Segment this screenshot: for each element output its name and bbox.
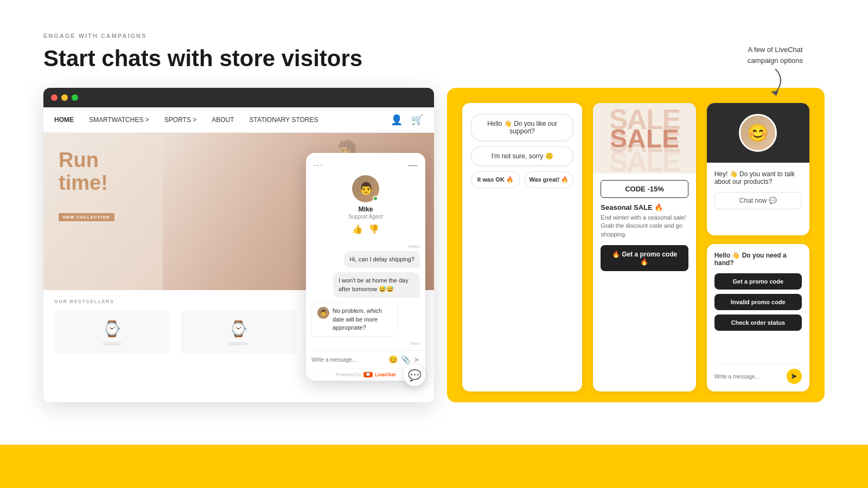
agent-rating: 👍 👎	[352, 224, 379, 234]
sale-cta-button[interactable]: 🔥 Get a promo code 🔥	[601, 245, 688, 271]
new-collection-badge: NEW COLLECTION	[59, 213, 114, 221]
rating-campaign-card: Hello 👋 Do you like our support? I'm not…	[462, 103, 582, 391]
sale-main-text: SALE	[610, 124, 679, 153]
chat-input-icons: 😊 📎 ➤	[388, 355, 420, 364]
browser-dot-green	[72, 94, 78, 101]
chat-input-area: 😊 📎 ➤	[306, 350, 425, 368]
chat-widget: ··· — 👨 Mike Support Agent 👍 👎 Visitor H…	[306, 153, 425, 381]
promo-button-3[interactable]: Check order status	[714, 314, 802, 331]
sale-code-label[interactable]: CODE -15%	[601, 180, 688, 198]
agent-greeting-text: Hey! 👋 Do you want to talk about our pro…	[714, 170, 802, 185]
product-card-2[interactable]: ⌚	[181, 311, 296, 354]
nav-item-smartwatches[interactable]: SMARTWATCHES >	[89, 116, 149, 124]
thumbs-down-icon[interactable]: 👎	[368, 224, 379, 234]
hero-line1: Run	[59, 149, 108, 172]
annotation-arrow	[759, 69, 792, 96]
chat-message-3: 👨 No problem, which date will be more ap…	[311, 302, 398, 337]
promo-campaign-card: Hello 👋 Do you need a hand? Get a promo …	[707, 244, 809, 391]
watch-icon-2: ⌚	[229, 320, 248, 338]
top-section: ENGAGE WITH CAMPAIGNS Start chats with s…	[0, 0, 868, 72]
product-bar-2	[229, 342, 248, 345]
emoji-icon[interactable]: 😊	[388, 355, 398, 364]
eyebrow-label: ENGAGE WITH CAMPAIGNS	[43, 33, 825, 39]
attachment-icon[interactable]: 📎	[401, 355, 410, 364]
watch-icon-1: ⌚	[103, 320, 122, 338]
nav-icons: 👤 🛒	[391, 114, 423, 126]
chat-input-field[interactable]	[311, 357, 385, 363]
promo-greeting: Hello 👋 Do you need a hand?	[714, 252, 802, 267]
promo-send-button[interactable]	[787, 369, 802, 384]
chat-header: ··· —	[306, 153, 425, 175]
promo-input-row	[714, 364, 802, 384]
rating-option3-button[interactable]: Was great! 🔥	[525, 171, 574, 188]
product-bar-1	[103, 342, 122, 345]
agent-header: 😊	[707, 103, 809, 163]
livechat-logo: 💬	[363, 372, 373, 377]
svg-marker-0	[771, 91, 778, 96]
cart-icon[interactable]: 🛒	[411, 114, 423, 126]
send-arrow-icon	[791, 373, 797, 380]
rating-option2-button[interactable]: It was OK 🔥	[471, 171, 520, 188]
sale-description: End winter with a seasonal sale! Grab th…	[601, 214, 688, 239]
right-column: 😊 Hey! 👋 Do you want to talk about our p…	[707, 103, 809, 391]
rating-buttons: It was OK 🔥 Was great! 🔥	[471, 171, 573, 188]
agent-name: Mike	[359, 206, 373, 213]
hero-text: Run time!	[59, 149, 108, 195]
browser-mockup: HOME SMARTWATCHES > SPORTS > ABOUT STATI…	[43, 88, 434, 402]
hero-line2: time!	[59, 172, 108, 195]
chat-now-button[interactable]: Chat now 💬	[714, 192, 802, 209]
nav-item-stationary[interactable]: STATIONARY STORES	[250, 116, 318, 124]
chat-options-icon[interactable]: ···	[314, 159, 323, 171]
agent-avatar: 👨	[352, 175, 379, 202]
chat-fab-button[interactable]: 💬	[404, 364, 425, 386]
browser-dot-red	[51, 94, 58, 101]
store-nav: HOME SMARTWATCHES > SPORTS > ABOUT STATI…	[43, 107, 434, 133]
campaign-annotation: A few of LiveChat campaign options	[748, 44, 803, 96]
product-card-1[interactable]: ⌚	[54, 311, 170, 354]
sale-campaign-card: SALE SALE SALE SALE CODE -15% Seasonal S…	[593, 103, 695, 391]
product-campaign-card: 😊 Hey! 👋 Do you want to talk about our p…	[707, 103, 809, 235]
rating-option1-bubble[interactable]: I'm not sure, sorry 🙃	[471, 146, 573, 166]
svg-marker-1	[792, 374, 797, 379]
thumbs-up-icon[interactable]: 👍	[352, 224, 363, 234]
chat-message-2: I won't be at home the day after tomorro…	[333, 272, 420, 298]
browser-dot-yellow	[61, 94, 68, 101]
chat-messages: Visitor Hi, can I delay shipping? I won'…	[306, 240, 425, 350]
right-panel: A few of LiveChat campaign options Hello…	[447, 88, 825, 402]
nav-item-about[interactable]: ABOUT	[212, 116, 234, 124]
agent-info: 👨 Mike Support Agent 👍 👎	[306, 175, 425, 240]
annotation-line1: A few of LiveChat	[748, 44, 803, 55]
agent-msg-avatar: 👨	[317, 307, 329, 319]
sale-visual: SALE SALE SALE SALE	[593, 103, 695, 174]
send-icon[interactable]: ➤	[413, 355, 420, 364]
agent-avatar-large: 😊	[739, 114, 777, 152]
chat-minimize-icon[interactable]: —	[408, 159, 418, 171]
agent-title: Support Agent	[348, 214, 382, 220]
agent-online-indicator	[373, 196, 378, 201]
promo-button-1[interactable]: Get a promo code	[714, 273, 802, 290]
rating-question-bubble: Hello 👋 Do you like our support?	[471, 114, 573, 141]
seen-label: Seen	[311, 341, 420, 346]
product-card-content: Hey! 👋 Do you want to talk about our pro…	[707, 163, 809, 235]
page-title: Start chats with store visitors	[43, 46, 825, 72]
promo-input-field[interactable]	[714, 374, 783, 380]
chat-message-1: Hi, can I delay shipping?	[344, 251, 420, 268]
user-icon[interactable]: 👤	[391, 114, 403, 126]
browser-bar	[43, 88, 434, 107]
content-area: HOME SMARTWATCHES > SPORTS > ABOUT STATI…	[43, 88, 825, 402]
sale-content: CODE -15% Seasonal SALE 🔥 End winter wit…	[593, 174, 695, 278]
bottom-yellow-strip	[0, 445, 868, 488]
nav-item-home[interactable]: HOME	[54, 116, 74, 124]
visitor-label: Visitor	[311, 244, 420, 249]
nav-item-sports[interactable]: SPORTS >	[164, 116, 196, 124]
annotation-line2: campaign options	[748, 55, 803, 66]
promo-button-2[interactable]: Invalid promo code	[714, 294, 802, 310]
sale-title: Seasonal SALE 🔥	[601, 203, 688, 211]
